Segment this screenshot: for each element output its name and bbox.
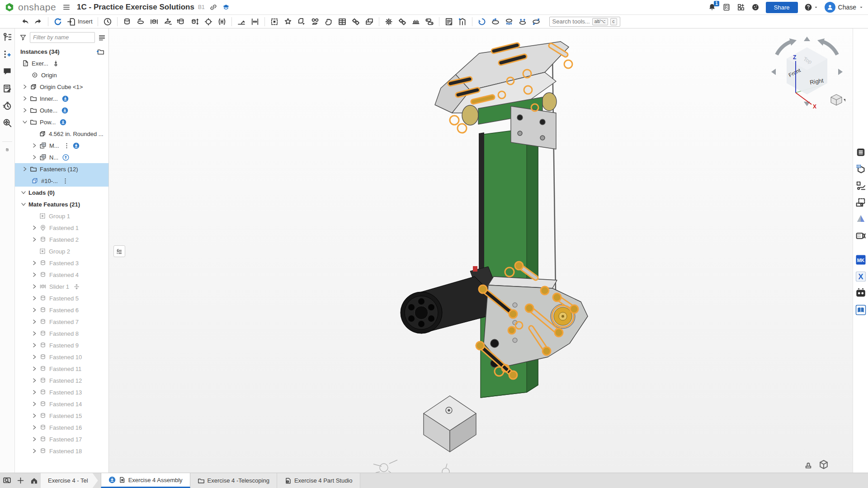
mate-pin-slot-button[interactable] xyxy=(188,16,202,28)
bom-panel-icon[interactable] xyxy=(855,164,866,174)
configurations-panel-icon[interactable] xyxy=(855,180,866,191)
tree-item-fastened-16[interactable]: Fastened 16 xyxy=(15,422,108,433)
tree-item-origin[interactable]: Origin xyxy=(15,69,108,81)
mate-cylindrical-button[interactable] xyxy=(175,16,188,28)
tree-item-exer[interactable]: Exer... xyxy=(15,57,108,69)
download-badge-icon[interactable] xyxy=(108,476,116,483)
app-robot-icon[interactable] xyxy=(855,288,866,299)
edit-in-context-button[interactable] xyxy=(322,16,335,28)
rotate-right-arrow[interactable] xyxy=(823,42,837,55)
mate-connector-button[interactable] xyxy=(281,16,295,28)
tree-item-fastened-12[interactable]: Fastened 12 xyxy=(15,375,108,386)
chevron-right-icon[interactable] xyxy=(31,154,38,160)
tree-item-inner[interactable]: Inner... xyxy=(15,93,108,104)
mate-ball-button[interactable] xyxy=(202,16,215,28)
learning-center-icon[interactable] xyxy=(222,3,230,11)
chevron-right-icon[interactable] xyxy=(31,225,38,231)
drawing-button[interactable] xyxy=(442,16,456,28)
slider-adjust-icon[interactable] xyxy=(73,283,80,290)
tab-exercise-4-telescoping[interactable]: Exercise 4 -Telescoping xyxy=(190,473,277,488)
tree-item-fastened-2[interactable]: Fastened 2 xyxy=(15,234,108,245)
chevron-right-icon[interactable] xyxy=(31,307,38,313)
search-tools-input[interactable]: Search tools... alt/⌥ c xyxy=(549,17,620,27)
app-store-icon[interactable] xyxy=(737,3,745,11)
help-caret-icon[interactable] xyxy=(814,3,818,11)
tree-item-fastened-9[interactable]: Fastened 9 xyxy=(15,339,108,351)
rotate-view-button[interactable] xyxy=(475,16,489,28)
sync-document-button[interactable] xyxy=(51,16,65,28)
tree-item-pow[interactable]: Pow... xyxy=(15,116,108,128)
rack-relation-button[interactable] xyxy=(409,16,423,28)
tree-item-group-1[interactable]: Group 1 xyxy=(15,210,108,222)
new-tab-plus-icon[interactable] xyxy=(14,473,27,488)
tree-item-origin-cube-1[interactable]: Origin Cube <1> xyxy=(15,81,108,93)
chevron-right-icon[interactable] xyxy=(31,389,38,395)
filter-input[interactable] xyxy=(30,32,95,43)
shortcuts-panel-icon[interactable] xyxy=(855,230,866,241)
tree-item-fastened-14[interactable]: Fastened 14 xyxy=(15,398,108,410)
sheet-metal-button[interactable] xyxy=(363,16,376,28)
tree-item-fastened-18[interactable]: Fastened 18 xyxy=(15,445,108,457)
tab-exercise-4-part-studio[interactable]: Exercise 4 Part Studio xyxy=(277,473,360,488)
app-documentation-icon[interactable] xyxy=(855,305,866,315)
view-cube[interactable]: Y Top Front Right Z X xyxy=(769,35,845,114)
dots-icon[interactable] xyxy=(63,142,70,149)
download-badge-small-icon[interactable] xyxy=(73,142,80,149)
sync-badge-icon[interactable] xyxy=(62,154,69,161)
tab-exercise-4-tel[interactable]: Exercise 4 - Tel xyxy=(41,473,98,488)
section-view-button[interactable] xyxy=(529,16,543,28)
tree-item-fastened-15[interactable]: Fastened 15 xyxy=(15,410,108,422)
display-list-icon[interactable] xyxy=(855,147,866,158)
rotate-up-arrow[interactable] xyxy=(804,37,810,41)
fixed-icon[interactable] xyxy=(52,60,59,67)
onshape-logo-icon[interactable] xyxy=(5,2,14,12)
tree-item-fastened-3[interactable]: Fastened 3 xyxy=(15,257,108,269)
chevron-down-icon[interactable] xyxy=(20,201,27,207)
rotate-east-arrow[interactable] xyxy=(838,69,843,75)
appearance-stamp-icon[interactable] xyxy=(803,459,814,470)
search-tabs-icon[interactable] xyxy=(0,473,14,488)
list-options-icon[interactable] xyxy=(98,34,106,42)
chevron-right-icon[interactable] xyxy=(31,448,38,454)
undo-button[interactable] xyxy=(18,16,32,28)
tree-item-fastened-5[interactable]: Fastened 5 xyxy=(15,292,108,304)
view-mode-cube-icon[interactable] xyxy=(831,94,845,105)
insert-button[interactable]: Insert xyxy=(65,16,95,28)
chevron-right-icon[interactable] xyxy=(31,436,38,442)
add-folder-icon[interactable] xyxy=(96,48,104,56)
download-badge-icon[interactable] xyxy=(62,95,69,102)
mate-planar-button[interactable] xyxy=(161,16,175,28)
origin-cube[interactable] xyxy=(424,396,476,452)
tree-item-slider-1[interactable]: Slider 1 xyxy=(15,281,108,292)
assembly-3d-model[interactable] xyxy=(109,28,853,473)
tree-item-n[interactable]: N... xyxy=(15,151,108,163)
comments-icon[interactable] xyxy=(2,66,12,76)
belt-relation-button[interactable] xyxy=(423,16,436,28)
chevron-right-icon[interactable] xyxy=(31,319,38,325)
redo-button[interactable] xyxy=(32,16,45,28)
bom-table-button[interactable] xyxy=(335,16,349,28)
pattern-button[interactable] xyxy=(308,16,322,28)
rotate-left-arrow[interactable] xyxy=(777,42,791,55)
ai-advisor-icon[interactable] xyxy=(751,3,760,11)
main-menu-icon[interactable] xyxy=(62,3,71,11)
measure-panel-icon[interactable] xyxy=(855,197,866,208)
interference-button[interactable] xyxy=(349,16,363,28)
app-xometry-icon[interactable]: X xyxy=(855,271,866,282)
user-menu[interactable]: Chase xyxy=(825,2,863,13)
tree-item-m[interactable]: M... xyxy=(15,140,108,151)
instances-section-header[interactable]: Instances (34) xyxy=(15,46,108,57)
mate-revolute-button[interactable] xyxy=(134,16,147,28)
properties-checklist-icon[interactable] xyxy=(2,141,12,151)
share-button[interactable]: Share xyxy=(766,2,798,13)
chevron-right-icon[interactable] xyxy=(31,342,38,348)
orbit-view-button[interactable] xyxy=(489,16,502,28)
view-mode-caret-icon[interactable] xyxy=(844,99,845,102)
tree-item-fastened-1[interactable]: Fastened 1 xyxy=(15,222,108,234)
home-tab-icon[interactable] xyxy=(27,473,41,488)
panel-flyout-button[interactable] xyxy=(113,245,125,257)
tasks-icon[interactable] xyxy=(722,3,731,11)
chevron-right-icon[interactable] xyxy=(31,354,38,360)
tree-item-fastened-11[interactable]: Fastened 11 xyxy=(15,363,108,375)
download-badge-icon[interactable] xyxy=(60,119,66,126)
